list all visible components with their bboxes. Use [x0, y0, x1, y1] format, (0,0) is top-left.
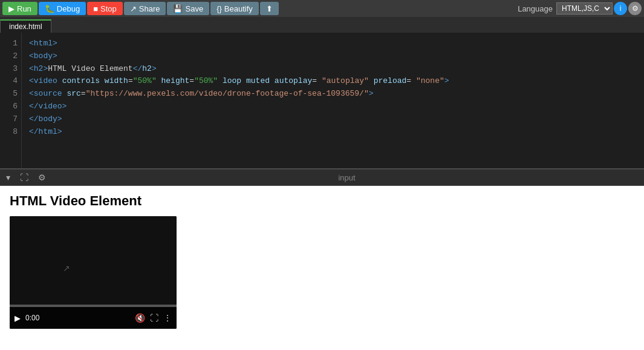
tab-index-html[interactable]: index.html: [0, 19, 51, 33]
video-player[interactable]: ↗ ▶ 0:00 🔇 ⛶ ⋮: [10, 216, 177, 329]
output-area: HTML Video Element ↗ ▶ 0:00 🔇 ⛶ ⋮: [0, 186, 644, 350]
chevron-down-icon: ▾: [6, 173, 10, 182]
input-label: input: [54, 173, 639, 182]
code-content[interactable]: <html> <body> <h2>HTML Video Element</h2…: [22, 33, 644, 168]
video-mute-button[interactable]: 🔇: [135, 313, 145, 323]
bottom-toolbar: ▾ ⛶ ⚙ input: [0, 169, 644, 186]
share-button[interactable]: ↗ Share: [124, 2, 166, 15]
tab-bar: index.html: [0, 17, 644, 33]
beautify-button[interactable]: {} Beautify: [210, 2, 259, 15]
toolbar: ▶ Run 🐛 Debug ■ Stop ↗ Share 💾 Save {} B…: [0, 0, 644, 17]
bug-icon: 🐛: [45, 4, 54, 13]
video-play-cursor-icon: ↗: [63, 263, 70, 273]
video-more-button[interactable]: ⋮: [163, 313, 172, 323]
upload-button[interactable]: ⬆: [260, 2, 279, 15]
language-section: Language HTML,JS,C: [518, 2, 613, 15]
share-icon: ↗: [130, 4, 137, 13]
video-fullscreen-button[interactable]: ⛶: [150, 313, 158, 323]
video-controls: ▶ 0:00 🔇 ⛶ ⋮: [10, 307, 177, 329]
language-label: Language: [518, 4, 553, 13]
video-play-button[interactable]: ▶: [15, 314, 21, 323]
run-icon: ▶: [8, 4, 15, 13]
code-editor[interactable]: 1 2 3 4 5 6 7 8 <html> <body> <h2>HTML V…: [0, 33, 644, 169]
collapse-button[interactable]: ▾: [5, 171, 11, 183]
gear-button[interactable]: ⚙: [37, 171, 47, 183]
debug-button[interactable]: 🐛 Debug: [39, 2, 86, 15]
save-button[interactable]: 💾 Save: [167, 2, 209, 15]
save-icon: 💾: [173, 4, 183, 13]
stop-button[interactable]: ■ Stop: [87, 2, 123, 15]
line-numbers: 1 2 3 4 5 6 7 8: [0, 33, 22, 168]
language-select[interactable]: HTML,JS,C: [556, 2, 613, 15]
settings-button[interactable]: ⚙: [628, 2, 642, 15]
upload-icon: ⬆: [266, 4, 273, 13]
beautify-icon: {}: [216, 4, 222, 13]
run-button[interactable]: ▶ Run: [2, 2, 37, 15]
expand-button[interactable]: ⛶: [19, 171, 30, 183]
expand-icon: ⛶: [20, 173, 28, 182]
video-time: 0:00: [25, 314, 39, 322]
gear-icon: ⚙: [38, 173, 46, 182]
output-heading: HTML Video Element: [10, 193, 634, 209]
stop-icon: ■: [93, 4, 98, 13]
info-button[interactable]: i: [614, 2, 627, 15]
